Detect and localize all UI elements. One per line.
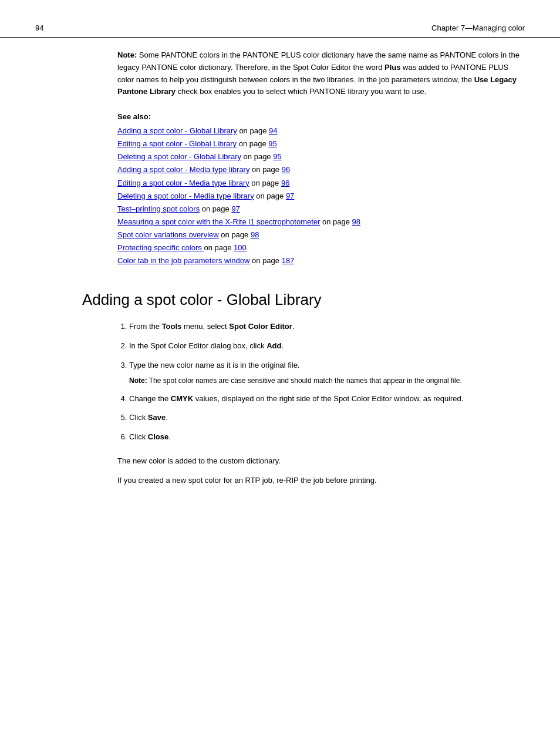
see-also-link-10: Protecting specific colors on page 100	[117, 241, 525, 254]
section-heading: Adding a spot color - Global Library	[0, 285, 560, 309]
steps-area: From the Tools menu, select Spot Color E…	[0, 321, 560, 486]
link-color-tab[interactable]: Color tab in the job parameters window	[117, 256, 249, 265]
link-variations-page[interactable]: 98	[251, 230, 259, 239]
see-also-link-4: Adding a spot color - Media type library…	[117, 163, 525, 176]
step-4-cmyk: CMYK	[171, 394, 193, 403]
step-5-save: Save	[148, 413, 166, 422]
link-test-printing-page[interactable]: 97	[231, 204, 239, 213]
link-protecting-page[interactable]: 100	[234, 243, 247, 252]
link-color-tab-page[interactable]: 187	[282, 256, 295, 265]
paragraph-1: The new color is added to the custom dic…	[117, 455, 525, 468]
link-editing-global[interactable]: Editing a spot color - Global Library	[117, 139, 237, 148]
see-also-title: See also:	[117, 112, 525, 121]
step-2-add: Add	[266, 341, 281, 350]
link-editing-media-page[interactable]: 96	[281, 179, 289, 187]
step-3-note: Note: The spot color names are case sens…	[129, 375, 525, 386]
step-3-note-label: Note:	[129, 377, 147, 385]
note-text-3: check box enables you to select which PA…	[178, 87, 427, 96]
chapter-title: Chapter 7—Managing color	[431, 23, 525, 32]
note-plus-word: Plus	[384, 63, 400, 72]
link-adding-global[interactable]: Adding a spot color - Global Library	[117, 126, 237, 135]
see-also-link-7: Test–printing spot colors on page 97	[117, 203, 525, 216]
link-deleting-global[interactable]: Deleting a spot color - Global Library	[117, 152, 241, 161]
page-header: 94 Chapter 7—Managing color	[0, 0, 560, 38]
see-also-link-3: Deleting a spot color - Global Library o…	[117, 150, 525, 163]
see-also-link-9: Spot color variations overview on page 9…	[117, 228, 525, 241]
step-1-tools: Tools	[162, 322, 182, 331]
step-6-close: Close	[148, 432, 168, 441]
step-6: Click Close.	[129, 431, 525, 443]
see-also-link-5: Editing a spot color - Media type librar…	[117, 177, 525, 190]
see-also-link-2: Editing a spot color - Global Library on…	[117, 137, 525, 150]
paragraph-2: If you created a new spot color for an R…	[117, 475, 525, 487]
steps-list: From the Tools menu, select Spot Color E…	[117, 321, 525, 443]
link-adding-global-page[interactable]: 94	[269, 126, 277, 135]
link-protecting[interactable]: Protecting specific colors	[117, 243, 204, 252]
see-also-link-1: Adding a spot color - Global Library on …	[117, 125, 525, 137]
see-also-link-6: Deleting a spot color - Media type libra…	[117, 190, 525, 203]
note-label: Note:	[117, 51, 137, 59]
link-deleting-global-page[interactable]: 95	[273, 152, 281, 161]
link-measuring-page[interactable]: 98	[352, 217, 360, 226]
page-number: 94	[35, 23, 43, 32]
step-3: Type the new color name as it is in the …	[129, 359, 525, 386]
link-measuring[interactable]: Measuring a spot color with the X-Rite i…	[117, 217, 320, 226]
step-2: In the Spot Color Editor dialog box, cli…	[129, 340, 525, 352]
link-editing-global-page[interactable]: 95	[268, 139, 276, 148]
link-variations[interactable]: Spot color variations overview	[117, 230, 219, 239]
link-deleting-media-page[interactable]: 97	[286, 191, 294, 200]
see-also-link-11: Color tab in the job parameters window o…	[117, 254, 525, 267]
content-area: Note: Some PANTONE colors in the PANTONE…	[0, 49, 560, 267]
see-also-links: Adding a spot color - Global Library on …	[117, 125, 525, 267]
step-1: From the Tools menu, select Spot Color E…	[129, 321, 525, 333]
link-adding-media[interactable]: Adding a spot color - Media type library	[117, 165, 249, 174]
page-container: 94 Chapter 7—Managing color Note: Some P…	[0, 0, 560, 746]
note-block: Note: Some PANTONE colors in the PANTONE…	[117, 49, 525, 98]
link-editing-media[interactable]: Editing a spot color - Media type librar…	[117, 179, 249, 187]
section-heading-text: Adding a spot color - Global Library	[82, 291, 322, 308]
link-adding-media-page[interactable]: 96	[282, 165, 290, 174]
link-deleting-media[interactable]: Deleting a spot color - Media type libra…	[117, 191, 254, 200]
step-5: Click Save.	[129, 412, 525, 424]
see-also-link-8: Measuring a spot color with the X-Rite i…	[117, 216, 525, 228]
step-4: Change the CMYK values, displayed on the…	[129, 393, 525, 405]
step-1-editor: Spot Color Editor	[229, 322, 292, 331]
see-also-section: See also: Adding a spot color - Global L…	[117, 112, 525, 267]
link-test-printing[interactable]: Test–printing spot colors	[117, 204, 200, 213]
